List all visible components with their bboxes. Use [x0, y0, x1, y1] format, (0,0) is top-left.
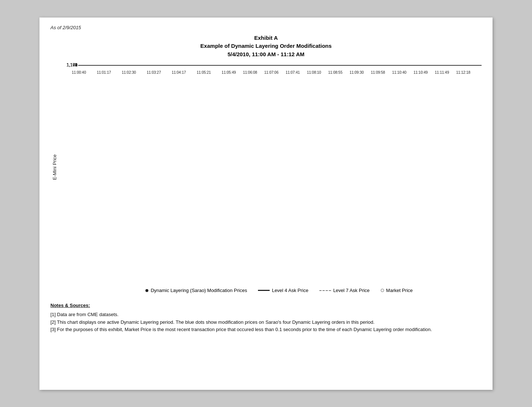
chart-area: E-Mini Price 1,175 1,174 1,173 1,172 1,1… — [50, 65, 482, 269]
legend-item-level7: Level 7 Ask Price — [319, 288, 370, 293]
x-tick-8: 11:07:06 — [262, 70, 281, 74]
legend-circle-icon — [381, 289, 384, 292]
legend-item-level4: Level 4 Ask Price — [258, 288, 308, 293]
legend-dot-icon — [145, 289, 148, 292]
x-tick-10: 11:08:10 — [305, 70, 323, 74]
x-tick-2: 11:02:30 — [118, 70, 140, 74]
legend: Dynamic Layering (Sarao) Modification Pr… — [77, 288, 482, 293]
note-1: [1] Data are from CME datasets. — [50, 311, 482, 319]
notes-section: Notes & Sources: [1] Data are from CME d… — [50, 302, 482, 334]
page: As of 2/9/2015 Exhibit A Example of Dyna… — [39, 18, 493, 390]
x-tick-17: 11:12:18 — [454, 70, 472, 74]
legend-item-dots: Dynamic Layering (Sarao) Modification Pr… — [145, 288, 247, 293]
date-label: As of 2/9/2015 — [50, 25, 482, 30]
y-axis-label: E-Mini Price — [50, 65, 58, 269]
x-tick-1: 11:01:17 — [93, 70, 115, 74]
x-tick-6: 11:05:49 — [220, 70, 238, 74]
legend-dashed-icon — [319, 290, 331, 291]
legend-solid-icon — [258, 290, 270, 291]
title-line3: 5/4/2010, 11:00 AM - 11:12 AM — [50, 50, 482, 59]
x-tick-4: 11:04:17 — [168, 70, 190, 74]
x-tick-9: 11:07:41 — [284, 70, 302, 74]
x-axis-labels: 11:00:40 11:01:17 11:02:30 11:03:27 11:0… — [79, 70, 482, 74]
title-line1: Exhibit A — [50, 34, 482, 42]
notes-header: Notes & Sources: — [50, 302, 482, 310]
x-tick-0: 11:00:40 — [68, 70, 90, 74]
x-tick-5: 11:05:21 — [193, 70, 215, 74]
chart-title: Exhibit A Example of Dynamic Layering Or… — [50, 34, 482, 59]
x-tick-16: 11:11:49 — [433, 70, 451, 74]
x-tick-14: 11:10:40 — [390, 70, 408, 74]
x-tick-15: 11:10:49 — [411, 70, 430, 74]
legend-dots-label: Dynamic Layering (Sarao) Modification Pr… — [151, 288, 247, 293]
title-line2: Example of Dynamic Layering Order Modifi… — [50, 42, 482, 50]
x-tick-13: 11:09:58 — [369, 70, 387, 74]
legend-item-market: Market Price — [381, 288, 413, 293]
chart-body: 1,175 1,174 1,173 1,172 1,171 1,170 1,16… — [78, 65, 482, 66]
legend-level4-label: Level 4 Ask Price — [272, 288, 308, 293]
legend-market-label: Market Price — [386, 288, 413, 293]
x-tick-12: 11:09:30 — [347, 70, 366, 74]
x-tick-7: 11:06:08 — [241, 70, 259, 74]
note-2: [2] This chart displays one active Dynam… — [50, 319, 482, 326]
x-tick-11: 11:08:55 — [326, 70, 345, 74]
x-tick-3: 11:03:27 — [143, 70, 165, 74]
note-3: [3] For the purposes of this exhibit, Ma… — [50, 326, 482, 334]
legend-level7-label: Level 7 Ask Price — [333, 288, 370, 293]
